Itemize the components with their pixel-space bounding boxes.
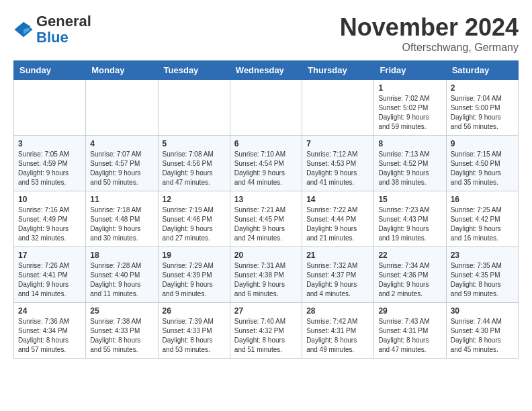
calendar-week-row: 10Sunrise: 7:16 AM Sunset: 4:49 PM Dayli…	[14, 191, 519, 247]
calendar-empty-cell	[230, 80, 302, 136]
page-header: General Blue November 2024 Ofterschwang,…	[13, 13, 519, 54]
title-section: November 2024 Ofterschwang, Germany	[340, 13, 519, 54]
calendar-day-cell: 5Sunrise: 7:08 AM Sunset: 4:56 PM Daylig…	[158, 136, 230, 191]
day-header-thursday: Thursday	[302, 61, 374, 80]
calendar-day-cell: 2Sunrise: 7:04 AM Sunset: 5:00 PM Daylig…	[446, 80, 518, 136]
logo-text: General Blue	[36, 13, 91, 46]
day-number: 17	[18, 250, 81, 260]
day-number: 10	[18, 195, 81, 204]
day-info: Sunrise: 7:40 AM Sunset: 4:32 PM Dayligh…	[234, 317, 298, 355]
day-number: 4	[90, 139, 153, 148]
calendar-day-cell: 29Sunrise: 7:43 AM Sunset: 4:31 PM Dayli…	[374, 303, 446, 359]
calendar-day-cell: 18Sunrise: 7:28 AM Sunset: 4:40 PM Dayli…	[86, 247, 158, 303]
calendar-week-row: 1Sunrise: 7:02 AM Sunset: 5:02 PM Daylig…	[14, 80, 519, 136]
calendar-day-cell: 23Sunrise: 7:35 AM Sunset: 4:35 PM Dayli…	[446, 247, 518, 303]
calendar-day-cell: 8Sunrise: 7:13 AM Sunset: 4:52 PM Daylig…	[374, 136, 446, 191]
day-info: Sunrise: 7:44 AM Sunset: 4:30 PM Dayligh…	[451, 317, 514, 355]
day-number: 15	[378, 195, 441, 204]
calendar-day-cell: 9Sunrise: 7:15 AM Sunset: 4:50 PM Daylig…	[446, 136, 518, 191]
day-info: Sunrise: 7:13 AM Sunset: 4:52 PM Dayligh…	[378, 150, 441, 187]
day-number: 5	[163, 139, 226, 148]
calendar-week-row: 17Sunrise: 7:26 AM Sunset: 4:41 PM Dayli…	[14, 247, 519, 303]
calendar-day-cell: 30Sunrise: 7:44 AM Sunset: 4:30 PM Dayli…	[446, 303, 518, 359]
day-number: 2	[451, 83, 514, 93]
day-info: Sunrise: 7:16 AM Sunset: 4:49 PM Dayligh…	[18, 205, 81, 243]
calendar-day-cell: 26Sunrise: 7:39 AM Sunset: 4:33 PM Dayli…	[158, 303, 230, 359]
day-header-friday: Friday	[374, 61, 446, 80]
day-info: Sunrise: 7:29 AM Sunset: 4:39 PM Dayligh…	[163, 261, 226, 299]
day-info: Sunrise: 7:21 AM Sunset: 4:45 PM Dayligh…	[234, 205, 298, 243]
day-number: 19	[163, 250, 226, 260]
day-info: Sunrise: 7:08 AM Sunset: 4:56 PM Dayligh…	[163, 150, 226, 187]
calendar-day-cell: 3Sunrise: 7:05 AM Sunset: 4:59 PM Daylig…	[14, 136, 86, 191]
day-number: 7	[306, 139, 369, 148]
location-title: Ofterschwang, Germany	[340, 42, 519, 54]
day-info: Sunrise: 7:05 AM Sunset: 4:59 PM Dayligh…	[18, 150, 81, 187]
day-number: 23	[451, 250, 514, 260]
day-info: Sunrise: 7:31 AM Sunset: 4:38 PM Dayligh…	[234, 261, 298, 299]
calendar-day-cell: 7Sunrise: 7:12 AM Sunset: 4:53 PM Daylig…	[302, 136, 374, 191]
day-info: Sunrise: 7:42 AM Sunset: 4:31 PM Dayligh…	[306, 317, 369, 355]
day-header-tuesday: Tuesday	[158, 61, 230, 80]
day-number: 3	[18, 139, 81, 148]
day-number: 18	[90, 250, 153, 260]
calendar-empty-cell	[158, 80, 230, 136]
calendar-day-cell: 15Sunrise: 7:23 AM Sunset: 4:43 PM Dayli…	[374, 191, 446, 247]
calendar-day-cell: 21Sunrise: 7:32 AM Sunset: 4:37 PM Dayli…	[302, 247, 374, 303]
day-info: Sunrise: 7:02 AM Sunset: 5:02 PM Dayligh…	[378, 94, 441, 132]
day-number: 14	[306, 195, 369, 204]
day-number: 25	[90, 306, 153, 316]
calendar-day-cell: 10Sunrise: 7:16 AM Sunset: 4:49 PM Dayli…	[14, 191, 86, 247]
day-number: 21	[306, 250, 369, 260]
calendar-day-cell: 1Sunrise: 7:02 AM Sunset: 5:02 PM Daylig…	[374, 80, 446, 136]
calendar-empty-cell	[86, 80, 158, 136]
day-number: 16	[451, 195, 514, 204]
day-header-sunday: Sunday	[14, 61, 86, 80]
day-info: Sunrise: 7:10 AM Sunset: 4:54 PM Dayligh…	[234, 150, 298, 187]
day-info: Sunrise: 7:32 AM Sunset: 4:37 PM Dayligh…	[306, 261, 369, 299]
day-number: 26	[163, 306, 226, 316]
calendar-day-cell: 4Sunrise: 7:07 AM Sunset: 4:57 PM Daylig…	[86, 136, 158, 191]
calendar: SundayMondayTuesdayWednesdayThursdayFrid…	[13, 60, 519, 359]
day-number: 20	[234, 250, 298, 260]
day-number: 30	[451, 306, 514, 316]
calendar-day-cell: 28Sunrise: 7:42 AM Sunset: 4:31 PM Dayli…	[302, 303, 374, 359]
day-header-monday: Monday	[86, 61, 158, 80]
calendar-day-cell: 25Sunrise: 7:38 AM Sunset: 4:33 PM Dayli…	[86, 303, 158, 359]
logo: General Blue	[13, 13, 91, 46]
calendar-day-cell: 24Sunrise: 7:36 AM Sunset: 4:34 PM Dayli…	[14, 303, 86, 359]
day-number: 12	[163, 195, 226, 204]
day-info: Sunrise: 7:43 AM Sunset: 4:31 PM Dayligh…	[378, 317, 441, 355]
day-info: Sunrise: 7:19 AM Sunset: 4:46 PM Dayligh…	[163, 205, 226, 243]
calendar-day-cell: 27Sunrise: 7:40 AM Sunset: 4:32 PM Dayli…	[230, 303, 302, 359]
logo-blue: Blue	[36, 29, 69, 46]
day-info: Sunrise: 7:23 AM Sunset: 4:43 PM Dayligh…	[378, 205, 441, 243]
day-info: Sunrise: 7:28 AM Sunset: 4:40 PM Dayligh…	[90, 261, 153, 299]
day-info: Sunrise: 7:15 AM Sunset: 4:50 PM Dayligh…	[451, 150, 514, 187]
calendar-day-cell: 17Sunrise: 7:26 AM Sunset: 4:41 PM Dayli…	[14, 247, 86, 303]
day-number: 22	[378, 250, 441, 260]
day-info: Sunrise: 7:34 AM Sunset: 4:36 PM Dayligh…	[378, 261, 441, 299]
day-info: Sunrise: 7:25 AM Sunset: 4:42 PM Dayligh…	[451, 205, 514, 243]
day-info: Sunrise: 7:07 AM Sunset: 4:57 PM Dayligh…	[90, 150, 153, 187]
day-info: Sunrise: 7:36 AM Sunset: 4:34 PM Dayligh…	[18, 317, 81, 355]
calendar-day-cell: 12Sunrise: 7:19 AM Sunset: 4:46 PM Dayli…	[158, 191, 230, 247]
day-number: 28	[306, 306, 369, 316]
day-header-wednesday: Wednesday	[230, 61, 302, 80]
day-info: Sunrise: 7:04 AM Sunset: 5:00 PM Dayligh…	[451, 94, 514, 132]
day-number: 27	[234, 306, 298, 316]
calendar-day-cell: 13Sunrise: 7:21 AM Sunset: 4:45 PM Dayli…	[230, 191, 302, 247]
calendar-day-cell: 11Sunrise: 7:18 AM Sunset: 4:48 PM Dayli…	[86, 191, 158, 247]
day-header-saturday: Saturday	[446, 61, 518, 80]
day-number: 29	[378, 306, 441, 316]
day-info: Sunrise: 7:12 AM Sunset: 4:53 PM Dayligh…	[306, 150, 369, 187]
day-info: Sunrise: 7:26 AM Sunset: 4:41 PM Dayligh…	[18, 261, 81, 299]
calendar-day-cell: 14Sunrise: 7:22 AM Sunset: 4:44 PM Dayli…	[302, 191, 374, 247]
day-number: 1	[378, 83, 441, 93]
day-info: Sunrise: 7:18 AM Sunset: 4:48 PM Dayligh…	[90, 205, 153, 243]
calendar-day-cell: 19Sunrise: 7:29 AM Sunset: 4:39 PM Dayli…	[158, 247, 230, 303]
logo-general: General	[36, 13, 91, 30]
day-number: 9	[451, 139, 514, 148]
calendar-day-cell: 22Sunrise: 7:34 AM Sunset: 4:36 PM Dayli…	[374, 247, 446, 303]
day-info: Sunrise: 7:35 AM Sunset: 4:35 PM Dayligh…	[451, 261, 514, 299]
